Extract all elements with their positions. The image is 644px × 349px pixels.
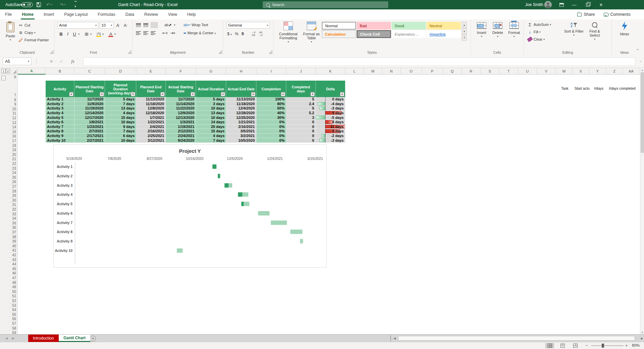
column-header-P[interactable]: P <box>422 68 443 75</box>
clipboard-dialog-launcher[interactable] <box>50 50 53 54</box>
select-all-button[interactable] <box>13 70 16 74</box>
row-header-6[interactable]: 6 <box>9 75 18 93</box>
row-header-41[interactable]: 41 <box>9 248 18 253</box>
row-header-55[interactable]: 55 <box>9 312 18 317</box>
row-header-48[interactable]: 48 <box>9 280 18 285</box>
insert-function-button[interactable]: fx <box>68 57 77 65</box>
row-header-34[interactable]: 34 <box>9 216 18 221</box>
cell-style-good[interactable]: Good <box>392 22 426 30</box>
row-header-53[interactable]: 53 <box>9 303 18 308</box>
column-header-A[interactable]: A <box>18 68 46 75</box>
name-box[interactable]: A5 ▾ <box>3 57 32 65</box>
row-header-54[interactable]: 54 <box>9 308 18 312</box>
column-header-H[interactable]: H <box>226 68 256 75</box>
cell-style-calculation[interactable]: Calculation <box>322 30 356 38</box>
grow-font-button[interactable]: Aˆ <box>115 22 121 29</box>
filter-button[interactable]: ▼ <box>251 92 255 96</box>
filter-button[interactable]: ▼ <box>131 92 135 96</box>
row-header-40[interactable]: 40 <box>9 244 18 249</box>
outline-collapse-button[interactable]: − <box>1 76 6 80</box>
row-header-44[interactable]: 44 <box>9 262 18 267</box>
zoom-level[interactable]: 80% <box>632 343 640 347</box>
gallery-up-button[interactable]: ▲ <box>462 22 467 28</box>
scroll-up-arrow[interactable]: ▲ <box>640 68 644 72</box>
column-header-F[interactable]: F <box>166 68 196 75</box>
hscroll-right-arrow[interactable]: ▶ <box>640 335 644 342</box>
row-header-9[interactable]: 9 <box>9 102 18 107</box>
page-break-view-button[interactable] <box>571 343 580 348</box>
filter-button[interactable]: ▼ <box>69 92 73 96</box>
column-header-C[interactable]: C <box>75 68 105 75</box>
zoom-out-button[interactable]: − <box>585 343 588 348</box>
sheet-nav-prev[interactable]: ◀ <box>5 335 8 342</box>
format-as-table-button[interactable]: Format as Table ▾ <box>301 19 322 44</box>
restore-button[interactable] <box>583 0 593 9</box>
ribbon-tab-home[interactable]: Home <box>17 9 39 19</box>
align-right-button[interactable] <box>151 31 156 35</box>
column-header-U[interactable]: U <box>518 68 537 75</box>
ideas-button[interactable]: Ideas <box>612 19 637 36</box>
row-header-37[interactable]: 37 <box>9 230 18 235</box>
row-header-12[interactable]: 12 <box>9 116 18 121</box>
clear-button[interactable]: Clear ▾ <box>527 36 563 43</box>
cell-style-hyperlink[interactable]: Hyperlink <box>427 30 461 38</box>
row-header-18[interactable]: 18 <box>9 143 18 148</box>
comments-button[interactable]: Comments <box>604 12 631 17</box>
gantt-chart[interactable]: Project Y 5/19/20207/8/20208/27/202010/1… <box>53 144 327 268</box>
align-left-button[interactable] <box>136 31 141 35</box>
column-header-T[interactable]: T <box>499 68 518 75</box>
conditional-formatting-button[interactable]: Conditional Formatting ▾ <box>276 19 301 44</box>
row-header-57[interactable]: 57 <box>9 321 18 326</box>
column-header-Z[interactable]: Z <box>606 68 623 75</box>
share-button[interactable]: Share <box>577 12 595 17</box>
row-header-25[interactable]: 25 <box>9 175 18 180</box>
cell-style-bad[interactable]: Bad <box>357 22 391 30</box>
column-header-J[interactable]: J <box>286 68 316 75</box>
redo-button[interactable]: ↷ ▾ <box>60 0 65 9</box>
hscroll-left-arrow[interactable]: ◀ <box>393 335 397 342</box>
column-header-Y[interactable]: Y <box>589 68 606 75</box>
decrease-decimal-button[interactable]: .00→0 <box>258 31 262 37</box>
row-header-49[interactable]: 49 <box>9 285 18 290</box>
row-header-52[interactable]: 52 <box>9 299 18 303</box>
sheet-nav-next[interactable]: ▶ <box>12 335 14 342</box>
row-header-43[interactable]: 43 <box>9 258 18 262</box>
horizontal-scrollbar[interactable] <box>397 336 640 341</box>
wrap-text-button[interactable]: ab↩ Wrap Text <box>183 23 208 27</box>
cut-button[interactable]: ✂Cut <box>18 21 49 29</box>
autosave-toggle[interactable]: Off <box>21 2 33 7</box>
close-button[interactable]: ✕ <box>596 0 606 9</box>
ribbon-tab-formulas[interactable]: Formulas <box>93 9 120 19</box>
row-header-28[interactable]: 28 <box>9 189 18 194</box>
number-dialog-launcher[interactable] <box>269 50 272 54</box>
paste-button[interactable]: Paste ▾ <box>3 20 18 44</box>
autosum-button[interactable]: ΣAutoSum ▾ <box>527 21 563 28</box>
row-header-35[interactable]: 35 <box>9 221 18 226</box>
row-header-47[interactable]: 47 <box>9 276 18 280</box>
row-header-59[interactable]: 59 <box>9 331 18 334</box>
column-header-S[interactable]: S <box>481 68 499 75</box>
vertical-scroll-thumb[interactable] <box>641 72 644 153</box>
copy-button[interactable]: ⧉Copy ▾ <box>18 29 49 36</box>
undo-button[interactable]: ↶ ▾ <box>46 0 52 9</box>
column-header-R[interactable]: R <box>462 68 481 75</box>
normal-view-button[interactable] <box>545 343 554 348</box>
fill-color-button[interactable]: ◳ <box>96 31 102 37</box>
borders-button[interactable]: ⊞ <box>84 31 90 37</box>
bold-button[interactable]: B <box>58 31 64 37</box>
enter-entry-button[interactable]: ✓ <box>57 57 66 65</box>
format-cells-button[interactable]: Format▾ <box>506 20 523 39</box>
row-header-13[interactable]: 13 <box>9 121 18 125</box>
merge-center-button[interactable]: ⬌ Merge & Center ▾ <box>183 31 216 35</box>
zoom-slider-thumb[interactable] <box>602 344 604 348</box>
new-sheet-button[interactable]: + <box>90 336 96 342</box>
zoom-slider[interactable] <box>591 345 624 346</box>
row-header-11[interactable]: 11 <box>9 111 18 116</box>
cancel-entry-button[interactable]: ✕ <box>47 57 56 65</box>
filter-button[interactable]: ▼ <box>281 92 285 96</box>
column-header-B[interactable]: B <box>46 68 75 75</box>
borders-dropdown[interactable]: ▾ <box>90 33 92 36</box>
row-header-24[interactable]: 24 <box>9 171 18 175</box>
row-header-39[interactable]: 39 <box>9 239 18 244</box>
name-box-dropdown[interactable]: ▾ <box>28 60 29 63</box>
